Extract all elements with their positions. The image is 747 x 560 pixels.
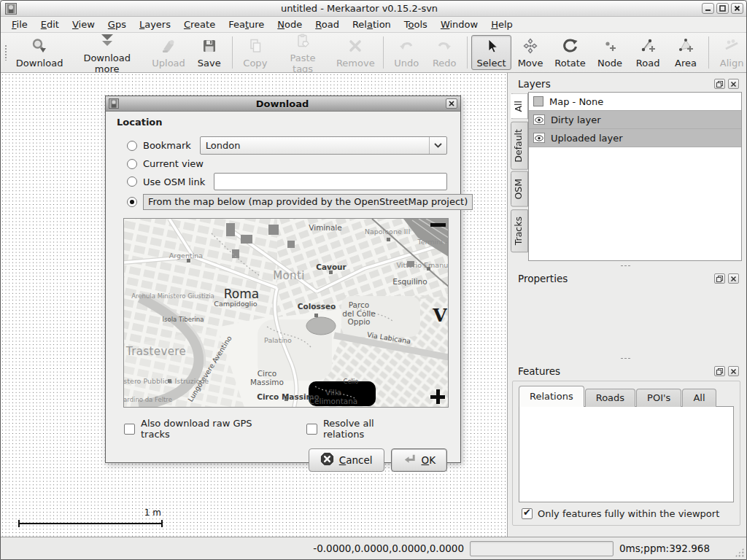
layers-dock-title: Layers bbox=[518, 78, 711, 90]
checkbox-row-also-download-raw-gps-tracks: Also download raw GPS tracks bbox=[124, 418, 261, 440]
features-list[interactable] bbox=[519, 406, 734, 502]
features-tab-roads[interactable]: Roads bbox=[585, 389, 635, 407]
menubar: FileEditViewGpsLayersCreateFeatureNodeRo… bbox=[1, 17, 746, 33]
menu-create[interactable]: Create bbox=[177, 18, 222, 31]
layers-tab-default[interactable]: Default bbox=[511, 122, 528, 170]
menu-edit[interactable]: Edit bbox=[34, 18, 66, 31]
menu-layers[interactable]: Layers bbox=[133, 18, 177, 31]
resize-grip-icon[interactable] bbox=[735, 548, 744, 557]
minimize-button[interactable] bbox=[702, 3, 714, 14]
layer-row-map-none[interactable]: Map - None bbox=[529, 93, 741, 111]
select-button[interactable]: Select bbox=[471, 35, 511, 70]
checkbox-resolve-all-relations[interactable] bbox=[306, 424, 317, 435]
menu-tools[interactable]: Tools bbox=[398, 18, 434, 31]
visibility-eye-icon[interactable] bbox=[533, 133, 545, 143]
toolbar: DownloadDownload moreUploadSaveCopyPaste… bbox=[1, 33, 746, 73]
properties-dock-header: Properties bbox=[509, 271, 742, 287]
menu-window[interactable]: Window bbox=[434, 18, 484, 31]
download-more-icon bbox=[98, 32, 116, 52]
toolbar-drag-handle[interactable] bbox=[4, 44, 8, 61]
close-button[interactable] bbox=[731, 3, 743, 14]
maximize-button[interactable] bbox=[716, 3, 729, 14]
ok-button[interactable]: OK bbox=[391, 448, 448, 472]
features-tab-poi-s[interactable]: POI's bbox=[636, 389, 681, 407]
undo-button[interactable]: Undo bbox=[387, 35, 425, 70]
properties-dock-body bbox=[509, 287, 742, 354]
layer-row-uploaded-layer[interactable]: Uploaded layer bbox=[529, 129, 741, 147]
menu-view[interactable]: View bbox=[66, 18, 101, 31]
menu-file[interactable]: File bbox=[5, 18, 34, 31]
radio-from-the-map-below-map-provided-by-the-openstreetmap-project[interactable] bbox=[127, 197, 137, 207]
radio-bookmark[interactable] bbox=[127, 141, 137, 151]
copy-button[interactable]: Copy bbox=[236, 35, 274, 70]
upload-icon bbox=[160, 37, 177, 57]
dialog-icon bbox=[109, 98, 119, 109]
properties-float-button[interactable] bbox=[714, 273, 725, 284]
features-float-button[interactable] bbox=[714, 366, 725, 376]
rotate-button[interactable]: Rotate bbox=[549, 35, 591, 70]
features-dock-title: Features bbox=[518, 365, 711, 377]
layer-row-dirty-layer[interactable]: Dirty layer bbox=[529, 111, 741, 129]
paste-tags-button[interactable]: Paste tags bbox=[274, 35, 332, 70]
layer-checkbox[interactable] bbox=[533, 96, 543, 106]
dialog-title: Download bbox=[119, 98, 446, 109]
dock-splitter[interactable] bbox=[509, 261, 742, 271]
map-zoom-out-icon[interactable] bbox=[430, 223, 446, 227]
redo-button[interactable]: Redo bbox=[425, 35, 463, 70]
map-zoom-in-icon[interactable] bbox=[430, 389, 445, 404]
coordinates-readout: -0.0000,0.0000,0.0000,0.0000 bbox=[313, 542, 464, 554]
menu-help[interactable]: Help bbox=[484, 18, 519, 31]
remove-button[interactable]: Remove bbox=[331, 35, 379, 70]
dialog-close-button[interactable] bbox=[446, 98, 457, 109]
area-icon bbox=[677, 37, 694, 57]
dock-splitter[interactable] bbox=[509, 354, 742, 363]
bookmark-combobox[interactable]: London bbox=[200, 136, 447, 155]
menu-node[interactable]: Node bbox=[271, 18, 309, 31]
checkbox-row-resolve-all-relations: Resolve all relations bbox=[306, 418, 402, 440]
download-button[interactable]: Download bbox=[12, 35, 67, 70]
redo-icon bbox=[436, 37, 453, 57]
layers-dock-header: Layers bbox=[509, 76, 742, 92]
radio-current-view[interactable] bbox=[127, 159, 137, 169]
road-button[interactable]: Road bbox=[629, 35, 667, 70]
dock-panel: Layers AllDefaultOSMTracks Map - NoneDir… bbox=[507, 73, 746, 537]
menu-relation[interactable]: Relation bbox=[346, 18, 398, 31]
features-close-button[interactable] bbox=[728, 366, 739, 376]
cancel-button[interactable]: Cancel bbox=[309, 448, 384, 472]
features-tab-relations[interactable]: Relations bbox=[519, 386, 584, 407]
layers-close-button[interactable] bbox=[728, 79, 739, 89]
toolbar-separator bbox=[467, 36, 468, 69]
align-icon bbox=[723, 37, 740, 57]
app-icon bbox=[5, 3, 17, 15]
radio-use-osm-link[interactable] bbox=[127, 176, 137, 187]
download-more-button[interactable]: Download more bbox=[67, 35, 147, 70]
menu-road[interactable]: Road bbox=[309, 18, 346, 31]
osm-link-input[interactable] bbox=[214, 173, 447, 190]
road-icon bbox=[639, 37, 657, 57]
align-button[interactable]: Align bbox=[713, 35, 747, 70]
properties-close-button[interactable] bbox=[728, 273, 739, 284]
viewport-checkbox[interactable] bbox=[522, 508, 533, 519]
features-tab-all[interactable]: All bbox=[682, 389, 716, 407]
undo-icon bbox=[398, 37, 415, 57]
move-button[interactable]: Move bbox=[511, 35, 549, 70]
menu-feature[interactable]: Feature bbox=[222, 18, 271, 31]
paste-tags-icon bbox=[294, 32, 311, 52]
dialog-titlebar[interactable]: Download bbox=[106, 96, 460, 112]
progress-box bbox=[470, 541, 614, 556]
upload-button[interactable]: Upload bbox=[147, 35, 190, 70]
properties-dock-title: Properties bbox=[518, 273, 711, 284]
visibility-eye-icon[interactable] bbox=[533, 114, 545, 125]
area-button[interactable]: Area bbox=[667, 35, 705, 70]
map-tiles bbox=[124, 219, 449, 408]
layers-tab-tracks[interactable]: Tracks bbox=[511, 209, 528, 252]
checkbox-also-download-raw-gps-tracks[interactable] bbox=[124, 424, 135, 435]
layers-tab-osm[interactable]: OSM bbox=[511, 171, 528, 207]
menu-gps[interactable]: Gps bbox=[101, 18, 133, 31]
dialog-map-preview[interactable]: ViminaleNapoleone IIITermini - LaArgenti… bbox=[123, 218, 449, 408]
layers-float-button[interactable] bbox=[714, 79, 725, 89]
layers-tab-all[interactable]: All bbox=[511, 93, 528, 120]
select-icon bbox=[483, 37, 500, 57]
save-button[interactable]: Save bbox=[190, 35, 228, 70]
node-button[interactable]: Node bbox=[591, 35, 629, 70]
